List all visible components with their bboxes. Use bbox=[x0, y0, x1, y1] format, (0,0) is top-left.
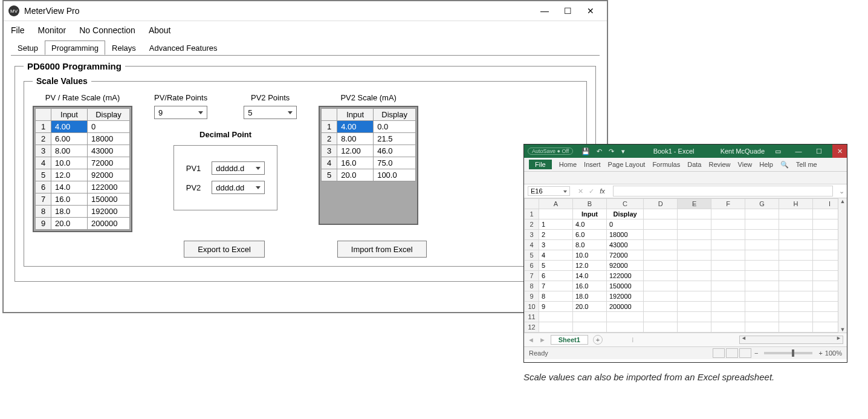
table-row[interactable]: 5410.072000 bbox=[525, 250, 847, 261]
table-row[interactable]: 10920.0200000 bbox=[525, 302, 847, 312]
undo-icon[interactable]: ↶ bbox=[597, 148, 602, 155]
zoom-in-button[interactable]: + bbox=[818, 349, 822, 357]
vertical-scrollbar[interactable]: ▲▼ bbox=[838, 198, 847, 333]
tab-relays[interactable]: Relays bbox=[105, 41, 143, 55]
table-row[interactable]: 438.043000 bbox=[525, 240, 847, 250]
ribbon-tab-formulas[interactable]: Formulas bbox=[652, 161, 680, 168]
titlebar: MV MeterView Pro — ☐ ✕ bbox=[4, 1, 607, 21]
tab-programming[interactable]: Programming bbox=[45, 41, 105, 55]
import-from-excel-button[interactable]: Import from Excel bbox=[337, 241, 427, 258]
export-to-excel-button[interactable]: Export to Excel bbox=[184, 241, 264, 258]
ribbon-tab-review[interactable]: Review bbox=[708, 161, 730, 168]
col-header[interactable]: G bbox=[745, 199, 779, 209]
ribbon-tab-file[interactable]: File bbox=[529, 160, 552, 169]
formula-expand-icon[interactable]: ⌄ bbox=[839, 187, 844, 195]
save-icon[interactable]: 💾 bbox=[581, 148, 590, 155]
table-row[interactable]: 38.0043000 bbox=[36, 145, 130, 157]
excel-close-button[interactable]: ✕ bbox=[832, 145, 847, 158]
col-header[interactable]: C bbox=[606, 199, 643, 209]
pv2-label: PV2 bbox=[186, 183, 201, 192]
table-row[interactable]: 14.000.0 bbox=[322, 121, 416, 133]
ribbon-tab-view[interactable]: View bbox=[738, 161, 753, 168]
col-header[interactable]: B bbox=[572, 199, 606, 209]
view-page-break-icon[interactable] bbox=[739, 348, 751, 358]
table-row[interactable]: 9818.0192000 bbox=[525, 291, 847, 302]
col-header[interactable]: D bbox=[644, 199, 678, 209]
zoom-slider[interactable] bbox=[764, 352, 812, 354]
col-header[interactable]: E bbox=[678, 199, 711, 209]
excel-maximize-button[interactable]: ☐ bbox=[812, 148, 826, 155]
maximize-button[interactable]: ☐ bbox=[556, 1, 579, 21]
table-row[interactable]: 312.0046.0 bbox=[322, 145, 416, 157]
menu-file[interactable]: File bbox=[11, 25, 25, 35]
table-row[interactable]: 818.0192000 bbox=[36, 206, 130, 218]
view-normal-icon[interactable] bbox=[713, 348, 725, 358]
tab-advanced-features[interactable]: Advanced Features bbox=[143, 41, 224, 55]
new-sheet-button[interactable]: + bbox=[593, 335, 603, 345]
zoom-level: 100% bbox=[825, 349, 842, 357]
table-row[interactable]: 920.0200000 bbox=[36, 218, 130, 230]
table-row[interactable]: 326.018000 bbox=[525, 230, 847, 240]
ribbon-tell-me[interactable]: Tell me bbox=[796, 161, 817, 168]
view-page-layout-icon[interactable] bbox=[726, 348, 738, 358]
pv-rate-points-select[interactable]: 9 bbox=[154, 106, 207, 119]
ribbon-tab-data[interactable]: Data bbox=[687, 161, 701, 168]
table-row[interactable]: 512.092000 bbox=[36, 169, 130, 181]
pv2-scale-table[interactable]: InputDisplay 14.000.028.0021.5312.0046.0… bbox=[321, 108, 416, 181]
table-row[interactable]: 26.0018000 bbox=[36, 133, 130, 145]
pv1-decimal-select[interactable]: ddddd.d bbox=[212, 161, 265, 175]
col-header[interactable]: A bbox=[539, 199, 573, 209]
ribbon-tab-insert[interactable]: Insert bbox=[584, 161, 601, 168]
close-button[interactable]: ✕ bbox=[579, 1, 602, 21]
table-row[interactable]: 1InputDisplay bbox=[525, 209, 847, 219]
excel-grid[interactable]: ABCDEFGHI1InputDisplay214.00326.01800043… bbox=[524, 198, 847, 333]
col-header[interactable]: F bbox=[711, 199, 745, 209]
menu-no-connection[interactable]: No Connection bbox=[79, 25, 135, 35]
pv-rate-scale-table[interactable]: InputDisplay 14.00026.001800038.00430004… bbox=[35, 108, 130, 230]
minimize-button[interactable]: — bbox=[533, 1, 556, 21]
menu-about[interactable]: About bbox=[149, 25, 171, 35]
sheet-tab[interactable]: Sheet1 bbox=[551, 335, 588, 345]
fx-icon[interactable]: fx bbox=[600, 187, 605, 195]
zoom-out-button[interactable]: − bbox=[754, 349, 758, 357]
redo-icon[interactable]: ↷ bbox=[609, 148, 614, 155]
pv2-decimal-select[interactable]: dddd.dd bbox=[212, 181, 265, 194]
table-row[interactable]: 416.075.0 bbox=[322, 157, 416, 169]
autosave-toggle[interactable]: AutoSave ● Off bbox=[528, 148, 573, 155]
formula-input[interactable] bbox=[613, 186, 833, 197]
table-row[interactable]: 716.0150000 bbox=[36, 193, 130, 206]
ribbon-options-icon[interactable]: ▭ bbox=[771, 148, 785, 155]
name-box[interactable]: E16 bbox=[528, 186, 570, 196]
enter-icon[interactable]: ✓ bbox=[589, 187, 594, 195]
table-row[interactable]: 410.072000 bbox=[36, 157, 130, 169]
cancel-icon[interactable]: ✕ bbox=[578, 187, 583, 195]
horizontal-scrollbar[interactable] bbox=[739, 336, 843, 344]
table-row[interactable]: 614.0122000 bbox=[36, 181, 130, 193]
sheet-nav-first-icon[interactable]: ◄ bbox=[528, 336, 534, 343]
sheet-nav-last-icon[interactable]: ► bbox=[539, 336, 546, 343]
ribbon-tab-home[interactable]: Home bbox=[559, 161, 577, 168]
pv2-points-select[interactable]: 5 bbox=[244, 106, 297, 119]
pv-rate-points-label: PV/Rate Points bbox=[154, 93, 207, 102]
table-row[interactable]: 28.0021.5 bbox=[322, 133, 416, 145]
menubar: File Monitor No Connection About bbox=[4, 21, 607, 39]
table-row[interactable]: 6512.092000 bbox=[525, 261, 847, 271]
ribbon-tab-help[interactable]: Help bbox=[759, 161, 773, 168]
col-header[interactable]: H bbox=[779, 199, 813, 209]
excel-window: AutoSave ● Off 💾 ↶ ↷ ▾ Book1 - Excel Ken… bbox=[523, 144, 847, 363]
excel-doc-title: Book1 - Excel bbox=[633, 148, 714, 155]
table-row[interactable]: 12 bbox=[525, 322, 847, 333]
table-row[interactable]: 14.000 bbox=[36, 121, 130, 133]
table-row[interactable]: 7614.0122000 bbox=[525, 271, 847, 281]
group-pd6000-programming: PD6000 Programming Scale Values PV / Rat… bbox=[15, 61, 596, 282]
table-row[interactable]: 214.00 bbox=[525, 219, 847, 230]
search-icon[interactable]: 🔍 bbox=[780, 161, 789, 169]
menu-monitor[interactable]: Monitor bbox=[38, 25, 66, 35]
tab-setup[interactable]: Setup bbox=[11, 41, 45, 55]
table-row[interactable]: 520.0100.0 bbox=[322, 169, 416, 181]
ribbon-tab-page-layout[interactable]: Page Layout bbox=[608, 161, 646, 168]
table-row[interactable]: 8716.0150000 bbox=[525, 281, 847, 291]
excel-ribbon-tabs: File Home Insert Page Layout Formulas Da… bbox=[524, 158, 847, 172]
excel-minimize-button[interactable]: — bbox=[791, 148, 806, 155]
table-row[interactable]: 11 bbox=[525, 312, 847, 322]
